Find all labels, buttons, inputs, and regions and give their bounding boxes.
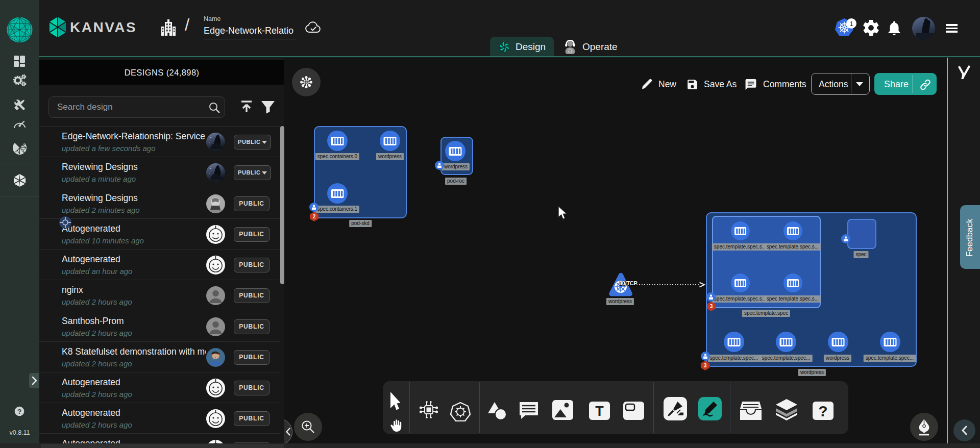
svg-text:T: T: [595, 404, 604, 419]
svg-text:?: ?: [818, 403, 827, 419]
svg-text:?: ?: [17, 408, 21, 415]
